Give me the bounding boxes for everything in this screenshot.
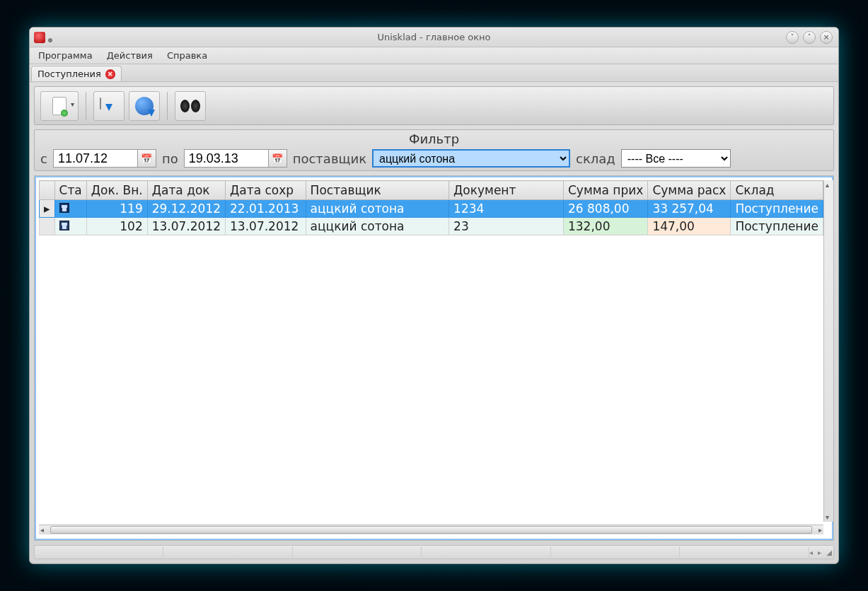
maximize-button[interactable]: ˄ [803, 31, 816, 44]
document-tabs: Поступления × [30, 64, 838, 82]
grid-header-row: Ста Док. Вн. Дата док Дата сохр Поставщи… [40, 181, 823, 200]
sumin-cell: 132,00 [563, 218, 647, 235]
menu-actions[interactable]: Действия [101, 49, 158, 62]
savedate-cell: 22.01.2013 [226, 200, 306, 218]
new-document-button[interactable] [40, 91, 79, 121]
data-grid[interactable]: Ста Док. Вн. Дата док Дата сохр Поставщи… [39, 180, 823, 235]
col-supplier[interactable]: Поставщик [306, 181, 449, 200]
row-marker [40, 218, 55, 235]
col-sumin[interactable]: Сумма прих [563, 181, 647, 200]
toolbar-divider [86, 92, 86, 120]
supplier-label: поставщик [293, 151, 366, 166]
toolbar-divider [167, 92, 168, 120]
search-button[interactable] [175, 91, 206, 121]
docno-cell: 102 [86, 218, 147, 235]
db-download-button[interactable] [93, 91, 125, 121]
menu-help[interactable]: Справка [161, 49, 213, 62]
tab-receipts[interactable]: Поступления × [31, 66, 122, 81]
minimize-button[interactable]: ˅ [786, 31, 799, 44]
calendar-icon[interactable]: 📅 [138, 149, 156, 168]
close-icon[interactable]: × [105, 69, 115, 79]
vertical-scrollbar[interactable] [823, 180, 833, 522]
date-to-label: по [162, 151, 178, 166]
col-warehouse[interactable]: Склад [731, 181, 823, 200]
col-savedate[interactable]: Дата сохр [226, 181, 306, 200]
docdate-cell: 13.07.2012 [147, 218, 225, 235]
sumout-cell: 147,00 [648, 218, 731, 235]
data-grid-panel: Ста Док. Вн. Дата док Дата сохр Поставщи… [34, 175, 834, 541]
warehouse-select[interactable]: ---- Все ---- [621, 149, 731, 168]
supplier-select[interactable]: аццкий сотона [372, 149, 570, 168]
app-window: Unisklad - главное окно ˅ ˄ × Программа … [29, 27, 839, 564]
menubar: Программа Действия Справка [30, 47, 838, 64]
col-marker[interactable] [40, 181, 55, 200]
window-title: Unisklad - главное окно [30, 32, 838, 42]
binoculars-icon [180, 100, 200, 112]
document-cell: 23 [449, 218, 564, 235]
col-docno[interactable]: Док. Вн. [86, 181, 147, 200]
horizontal-scrollbar[interactable] [39, 525, 823, 534]
savedate-cell: 13.07.2012 [226, 218, 306, 235]
menu-program[interactable]: Программа [33, 49, 98, 62]
globe-download-icon [135, 97, 154, 115]
col-status[interactable]: Ста [54, 181, 86, 200]
sumout-cell: 33 257,04 [648, 200, 731, 218]
titlebar[interactable]: Unisklad - главное окно ˅ ˄ × [30, 28, 838, 47]
table-row[interactable]: ▸ 119 29.12.2012 22.01.2013 аццкий сотон… [40, 200, 823, 218]
status-bar: ◂ ▸ ◢ [34, 545, 834, 559]
calendar-icon[interactable]: 📅 [269, 149, 287, 168]
date-from-input[interactable] [53, 149, 138, 168]
save-icon [59, 203, 69, 213]
status-cell [54, 200, 86, 218]
save-icon [59, 221, 69, 230]
web-download-button[interactable] [129, 91, 160, 121]
pin-icon [48, 38, 52, 42]
table-row[interactable]: 102 13.07.2012 13.07.2012 аццкий сотона … [40, 218, 823, 235]
close-button[interactable]: × [820, 31, 833, 44]
tab-label: Поступления [37, 69, 101, 79]
filter-panel: Фильтр с 📅 по 📅 поставщик аццкий сотона … [34, 129, 834, 171]
row-marker: ▸ [40, 200, 55, 218]
warehouse-label: склад [576, 151, 615, 166]
date-to-input[interactable] [184, 149, 269, 168]
status-cell [54, 218, 86, 235]
toolbar [34, 86, 834, 125]
app-icon [34, 32, 45, 43]
supplier-cell: аццкий сотона [306, 218, 449, 235]
docno-cell: 119 [86, 200, 147, 218]
warehouse-cell: Поступление [731, 218, 823, 235]
resize-grip-icon[interactable]: ◂ ▸ ◢ [809, 549, 833, 556]
col-docdate[interactable]: Дата док [147, 181, 225, 200]
sumin-cell: 26 808,00 [563, 200, 647, 218]
supplier-cell: аццкий сотона [306, 200, 449, 218]
database-download-icon [100, 98, 118, 114]
col-sumout[interactable]: Сумма расх [648, 181, 731, 200]
date-from-label: с [40, 151, 47, 166]
document-cell: 1234 [449, 200, 564, 218]
docdate-cell: 29.12.2012 [147, 200, 225, 218]
col-document[interactable]: Документ [449, 181, 564, 200]
warehouse-cell: Поступление [731, 200, 823, 218]
filter-title: Фильтр [35, 130, 833, 149]
document-add-icon [52, 97, 66, 115]
